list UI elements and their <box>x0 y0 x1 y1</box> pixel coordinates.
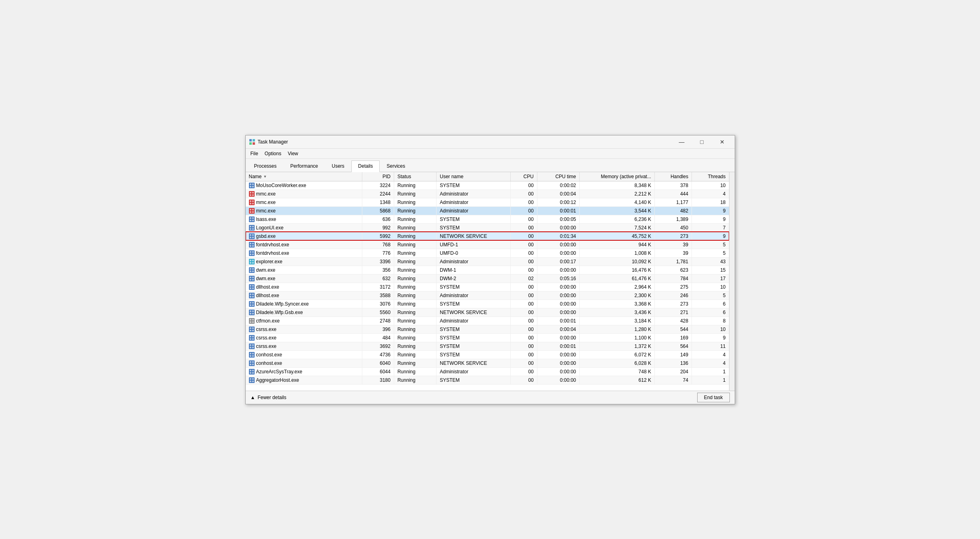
svg-rect-26 <box>252 217 254 219</box>
col-header-cpu[interactable]: CPU <box>510 172 537 181</box>
svg-rect-45 <box>250 251 251 253</box>
scrollbar[interactable] <box>729 172 735 391</box>
svg-rect-108 <box>252 355 254 357</box>
col-header-cputime[interactable]: CPU time <box>537 172 579 181</box>
cell-pid: 3180 <box>362 376 394 384</box>
process-icon <box>249 208 255 214</box>
col-header-user[interactable]: User name <box>437 172 511 181</box>
table-row[interactable]: csrss.exe 3692 Running SYSTEM 00 0:00:01… <box>246 342 729 350</box>
svg-rect-3 <box>253 142 255 145</box>
table-row[interactable]: fontdrvhost.exe 768 Running UMFD-1 00 0:… <box>246 240 729 249</box>
cell-cpu: 00 <box>510 291 537 300</box>
svg-rect-42 <box>250 245 251 247</box>
end-task-button[interactable]: End task <box>697 393 730 402</box>
fewer-details-button[interactable]: ▲ Fewer details <box>251 395 286 400</box>
col-header-threads[interactable]: Threads <box>692 172 729 181</box>
process-icon <box>249 369 255 375</box>
cell-user: Administrator <box>437 189 511 198</box>
cell-status: Running <box>394 257 436 266</box>
cell-handles: 246 <box>654 291 692 300</box>
cell-cputime: 0:00:00 <box>537 308 579 316</box>
process-icon <box>249 200 255 205</box>
table-row[interactable]: dwm.exe 632 Running DWM-2 02 0:05:16 61,… <box>246 274 729 283</box>
cell-cpu: 00 <box>510 223 537 232</box>
svg-rect-72 <box>250 296 251 298</box>
table-row[interactable]: dllhost.exe 3172 Running SYSTEM 00 0:00:… <box>246 283 729 291</box>
cell-cpu: 00 <box>510 240 537 249</box>
cell-handles: 74 <box>654 376 692 384</box>
tab-processes[interactable]: Processes <box>247 160 284 172</box>
cell-cpu: 00 <box>510 257 537 266</box>
table-row[interactable]: LogonUI.exe 992 Running SYSTEM 00 0:00:0… <box>246 223 729 232</box>
cell-name: dllhost.exe <box>246 283 362 291</box>
cell-handles: 1,781 <box>654 257 692 266</box>
tab-users[interactable]: Users <box>325 160 351 172</box>
svg-rect-50 <box>250 260 251 261</box>
tab-services[interactable]: Services <box>380 160 412 172</box>
cell-status: Running <box>394 342 436 350</box>
col-header-memory[interactable]: Memory (active privat... <box>579 172 654 181</box>
table-row[interactable]: conhost.exe 6040 Running NETWORK SERVICE… <box>246 359 729 367</box>
table-row[interactable]: csrss.exe 396 Running SYSTEM 00 0:00:04 … <box>246 325 729 333</box>
table-row[interactable]: csrss.exe 484 Running SYSTEM 00 0:00:00 … <box>246 333 729 342</box>
table-row[interactable]: Diladele.Wfp.Syncer.exe 3076 Running SYS… <box>246 300 729 308</box>
process-table-container[interactable]: Name ▼ PID Status User name CPU CPU time… <box>246 172 729 391</box>
cell-cputime: 0:00:00 <box>537 359 579 367</box>
table-row[interactable]: mmc.exe 2244 Running Administrator 00 0:… <box>246 189 729 198</box>
svg-rect-60 <box>250 277 251 278</box>
table-row[interactable]: mmc.exe 1348 Running Administrator 00 0:… <box>246 198 729 206</box>
cell-cpu: 00 <box>510 350 537 359</box>
table-row[interactable]: AggregatorHost.exe 3180 Running SYSTEM 0… <box>246 376 729 384</box>
cell-cputime: 0:00:01 <box>537 316 579 325</box>
svg-rect-22 <box>250 211 251 213</box>
table-row[interactable]: conhost.exe 4736 Running SYSTEM 00 0:00:… <box>246 350 729 359</box>
minimize-button[interactable]: — <box>673 137 691 147</box>
cell-pid: 3224 <box>362 181 394 189</box>
table-row[interactable]: mmc.exe 5868 Running Administrator 00 0:… <box>246 206 729 215</box>
svg-rect-65 <box>250 285 251 287</box>
close-button[interactable]: ✕ <box>713 137 731 147</box>
process-icon <box>249 318 255 324</box>
cell-user: SYSTEM <box>437 300 511 308</box>
maximize-button[interactable]: □ <box>693 137 711 147</box>
col-header-pid[interactable]: PID <box>362 172 394 181</box>
svg-rect-8 <box>252 186 254 187</box>
svg-rect-95 <box>250 336 251 337</box>
table-wrapper: Name ▼ PID Status User name CPU CPU time… <box>246 172 735 391</box>
col-header-handles[interactable]: Handles <box>654 172 692 181</box>
cell-user: UMFD-0 <box>437 249 511 257</box>
table-row[interactable]: gsbd.exe 5992 Running NETWORK SERVICE 00… <box>246 232 729 240</box>
table-row[interactable]: Diladele.Wfp.Gsb.exe 5560 Running NETWOR… <box>246 308 729 316</box>
tab-performance[interactable]: Performance <box>284 160 325 172</box>
cell-user: UMFD-1 <box>437 240 511 249</box>
col-header-name[interactable]: Name ▼ <box>246 172 362 181</box>
table-row[interactable]: explorer.exe 3396 Running Administrator … <box>246 257 729 266</box>
col-header-status[interactable]: Status <box>394 172 436 181</box>
svg-rect-43 <box>252 245 254 247</box>
main-content: Name ▼ PID Status User name CPU CPU time… <box>246 172 735 404</box>
process-icon <box>249 352 255 358</box>
tab-details[interactable]: Details <box>351 160 380 172</box>
table-row[interactable]: AzureArcSysTray.exe 6044 Running Adminis… <box>246 367 729 376</box>
cell-user: Administrator <box>437 291 511 300</box>
table-row[interactable]: dllhost.exe 3588 Running Administrator 0… <box>246 291 729 300</box>
cell-threads: 5 <box>692 291 729 300</box>
menu-options[interactable]: Options <box>261 150 284 158</box>
cell-threads: 10 <box>692 325 729 333</box>
cell-user: Administrator <box>437 367 511 376</box>
cell-name: conhost.exe <box>246 359 362 367</box>
cell-user: DWM-2 <box>437 274 511 283</box>
cell-memory: 1,008 K <box>579 249 654 257</box>
cell-cpu: 00 <box>510 308 537 316</box>
cell-threads: 6 <box>692 300 729 308</box>
fewer-details-label: Fewer details <box>257 395 286 400</box>
menu-view[interactable]: View <box>284 150 301 158</box>
svg-rect-30 <box>250 226 251 227</box>
table-row[interactable]: fontdrvhost.exe 776 Running UMFD-0 00 0:… <box>246 249 729 257</box>
table-row[interactable]: MoUsoCoreWorker.exe 3224 Running SYSTEM … <box>246 181 729 189</box>
menu-file[interactable]: File <box>247 150 261 158</box>
table-row[interactable]: lsass.exe 636 Running SYSTEM 00 0:00:05 … <box>246 215 729 223</box>
cell-threads: 5 <box>692 240 729 249</box>
table-row[interactable]: dwm.exe 356 Running DWM-1 00 0:00:00 16,… <box>246 266 729 274</box>
table-row[interactable]: ctfmon.exe 2748 Running Administrator 00… <box>246 316 729 325</box>
